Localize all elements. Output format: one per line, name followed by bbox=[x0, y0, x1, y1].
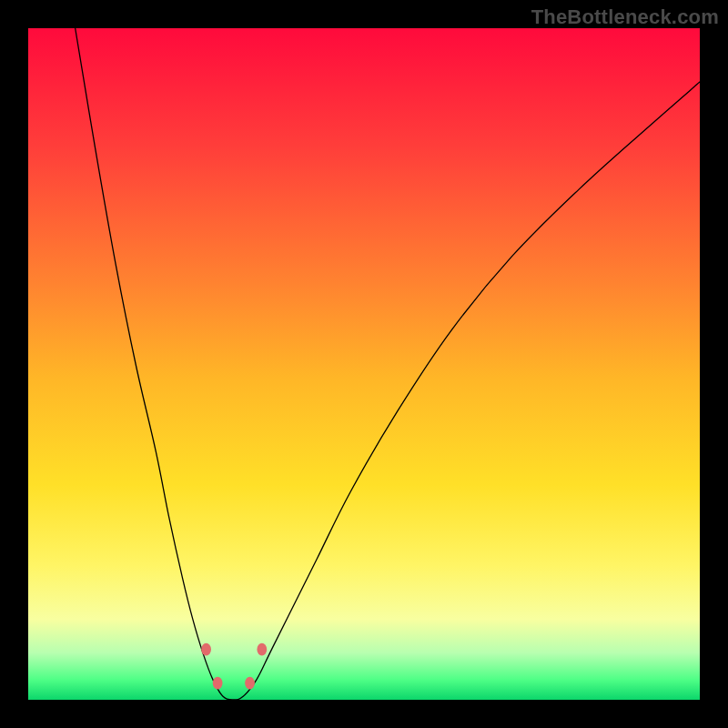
watermark-text: TheBottleneck.com bbox=[531, 5, 719, 29]
chart-frame: TheBottleneck.com bbox=[0, 0, 728, 728]
marker-left-upper bbox=[201, 643, 211, 656]
curve-line bbox=[76, 28, 700, 700]
marker-left-lower bbox=[213, 677, 223, 690]
chart-svg bbox=[28, 28, 700, 700]
plot-area bbox=[28, 28, 700, 700]
marker-right-upper bbox=[257, 643, 267, 656]
markers-group bbox=[201, 643, 267, 690]
marker-right-lower bbox=[245, 677, 255, 690]
